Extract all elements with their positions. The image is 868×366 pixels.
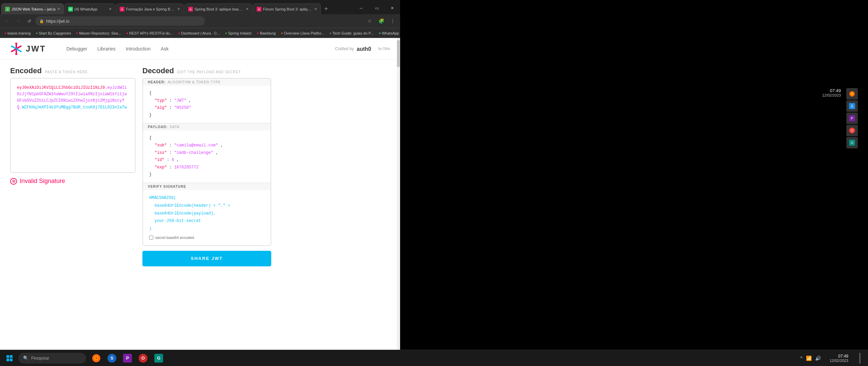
minimize-button[interactable]: ─	[353, 3, 369, 14]
decoded-header: Decoded EDIT THE PAYLOAD AND SECRET	[142, 66, 271, 75]
menu-button[interactable]: ⋮	[388, 16, 397, 26]
payload-sub-key: "sub"	[155, 143, 167, 148]
decoded-section: Decoded EDIT THE PAYLOAD AND SECRET HEAD…	[142, 66, 271, 359]
forward-button[interactable]: →	[14, 16, 23, 26]
secret-base64-checkbox[interactable]	[149, 236, 153, 240]
bookmark-alura-label: Dashboard | Alura - C...	[181, 31, 220, 35]
bookmark-overview-icon: ●	[281, 31, 283, 35]
header-content[interactable]: { "typ" : "JWT" , "alg" :	[143, 86, 271, 123]
extensions-button[interactable]: 🧩	[376, 16, 386, 26]
tab-jwt-close[interactable]: ✕	[57, 7, 60, 11]
tray-volume-icon[interactable]: 🔊	[815, 355, 821, 361]
taskbar-app3[interactable]: P	[120, 351, 135, 366]
bookmark-whatsapp[interactable]: ● WhatsApp	[376, 29, 400, 37]
svg-rect-10	[10, 355, 13, 358]
nav-libraries[interactable]: Libraries	[97, 46, 116, 52]
reload-button[interactable]: ↺	[24, 16, 34, 26]
new-tab-button[interactable]: +	[321, 4, 331, 14]
nav-introduction[interactable]: Introduction	[126, 46, 151, 52]
taskbar-search[interactable]: 🔍 Pesquisar	[18, 353, 86, 364]
tab-forum-close[interactable]: ✕	[314, 7, 317, 11]
back-button[interactable]: ←	[3, 16, 12, 26]
nav-ask[interactable]: Ask	[161, 46, 169, 52]
bookmark-maven[interactable]: ● Maven Repository: Sea...	[74, 29, 123, 37]
jwt-logo-text: JWT	[26, 44, 46, 54]
bookmark-baeldung[interactable]: ● Baeldung	[255, 29, 278, 37]
verify-content[interactable]: HMACSHA256( base64UrlEncode(header) + ".…	[143, 190, 271, 245]
bookmark-baeldung-icon: ●	[257, 31, 259, 35]
website-content: JWT Debugger Libraries Introduction Ask …	[0, 38, 400, 366]
clock-date: 12/02/2023	[822, 93, 841, 97]
svg-text:auth0: auth0	[357, 46, 371, 52]
right-icon-2[interactable]: S	[846, 100, 858, 112]
window-controls: ─ ▭ ✕	[353, 3, 400, 14]
show-desktop-button[interactable]	[854, 351, 865, 366]
jwt-logo[interactable]: JWT	[10, 43, 46, 55]
right-taskbar-icons: S P O G	[846, 88, 858, 148]
payload-id-colon: :	[167, 158, 172, 162]
bookmark-star-button[interactable]: ☆	[365, 16, 374, 26]
windows-logo-icon	[6, 355, 13, 362]
tab-jwt[interactable]: J JSON Web Tokens – jwt.io ✕	[1, 3, 64, 14]
right-icon-1[interactable]	[846, 88, 858, 100]
tab-forum-title: Fórum Spring Boot 3: aplique ...	[263, 7, 313, 11]
bookmark-techguide-icon: ●	[329, 31, 331, 35]
tab-forum[interactable]: a Fórum Spring Boot 3: aplique ... ✕	[253, 3, 321, 14]
jwt-logo-icon	[10, 43, 22, 55]
right-icon-3[interactable]: P	[846, 113, 858, 124]
tab-java-close[interactable]: ✕	[177, 7, 180, 11]
taskbar-firefox-icon	[92, 354, 101, 363]
tab-springboot-close[interactable]: ✕	[246, 7, 249, 11]
bookmark-spring[interactable]: ● Spring Initialzr	[223, 29, 254, 37]
start-button[interactable]	[3, 351, 16, 365]
bookmark-overview[interactable]: ● Overview (Java Platfor...	[278, 29, 327, 37]
bookmark-baeldung-label: Baeldung	[260, 31, 276, 35]
scrollbar-thumb[interactable]	[397, 40, 400, 67]
payload-id-key: "id"	[155, 158, 164, 162]
bookmark-techguide-label: Tech Guide: guias do P...	[332, 31, 374, 35]
site-header: JWT Debugger Libraries Introduction Ask …	[0, 38, 400, 60]
bookmark-capgemini[interactable]: ● Start By Capgemini	[34, 29, 74, 37]
bookmark-whatsapp-label: WhatsApp	[382, 31, 399, 35]
payload-content[interactable]: { "sub" : "camila@email.com" , "iss" :	[143, 130, 271, 183]
maximize-button[interactable]: ▭	[369, 3, 384, 14]
share-jwt-button[interactable]: SHARE JWT	[142, 251, 271, 266]
taskbar-app5[interactable]: G	[151, 351, 166, 366]
invalid-text: Invalid Signature	[20, 178, 65, 185]
tab-java[interactable]: a Formação Java e Spring Boot |... ✕	[116, 3, 184, 14]
payload-exp-val: 1676285772	[174, 165, 199, 170]
bookmark-spring-icon: ●	[225, 31, 227, 35]
encoded-title: Encoded	[10, 66, 42, 75]
tray-network-icon[interactable]: 📶	[806, 355, 812, 361]
payload-sub-line: "sub" : "camila@email.com" ,	[155, 142, 223, 149]
encoded-box[interactable]: eyJ0eXAiOiJKV1QiLCJhbGciOiJIUzI1NiJ9.eyJ…	[10, 78, 136, 173]
tray-arrow-icon[interactable]: ^	[800, 355, 803, 361]
address-bar[interactable]: 🔒 https://jwt.io	[35, 16, 205, 26]
auth0-logo-svg: auth0	[357, 45, 377, 53]
bookmark-rest[interactable]: ● REST API's RESTFul do...	[124, 29, 175, 37]
secret-checkbox-label: secret base64 encoded	[155, 234, 194, 241]
bookmark-loiane[interactable]: ● loiane.training	[2, 29, 33, 37]
tab-springboot[interactable]: a Spring Boot 3: aplique boas p... ✕	[184, 3, 252, 14]
bookmark-techguide[interactable]: ● Tech Guide: guias do P...	[327, 29, 376, 37]
nav-debugger[interactable]: Debugger	[66, 46, 87, 52]
right-icon-5[interactable]: G	[846, 137, 858, 148]
svg-rect-11	[6, 359, 9, 361]
header-sublabel: ALGORITHM & TOKEN TYPE	[168, 80, 221, 84]
bookmark-maven-icon: ●	[76, 31, 78, 35]
bookmark-alura[interactable]: ● Dashboard | Alura - C...	[176, 29, 222, 37]
system-clock[interactable]: 07:49 12/02/2023	[826, 354, 852, 363]
tab-whatsapp[interactable]: W (4) WhatsApp ✕	[64, 3, 115, 14]
right-icon-4[interactable]: O	[846, 125, 858, 136]
close-button[interactable]: ✕	[384, 3, 400, 14]
taskbar-steam[interactable]: S	[104, 351, 119, 366]
payload-panel: PAYLOAD: DATA { "sub" : "camila@email.co…	[143, 123, 271, 183]
taskbar-firefox[interactable]	[89, 351, 104, 366]
tab-whatsapp-close[interactable]: ✕	[109, 7, 112, 11]
taskbar-app4[interactable]: O	[136, 351, 151, 366]
site-nav: Debugger Libraries Introduction Ask	[66, 46, 169, 52]
payload-json-open: {	[149, 136, 152, 140]
bookmark-overview-label: Overview (Java Platfor...	[284, 31, 324, 35]
encoded-header: Encoded PASTE A TOKEN HERE	[10, 66, 136, 75]
icon-3: P	[849, 115, 855, 121]
